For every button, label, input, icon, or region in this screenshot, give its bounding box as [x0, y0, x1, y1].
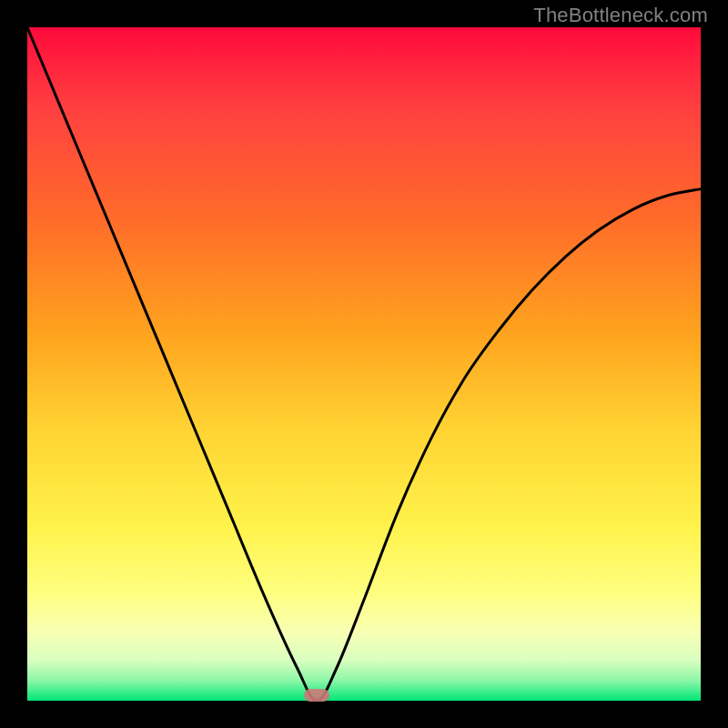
curve-svg	[27, 27, 701, 701]
minimum-marker	[304, 689, 329, 702]
watermark-text: TheBottleneck.com	[533, 4, 708, 27]
plot-area	[27, 27, 701, 701]
chart-stage: TheBottleneck.com	[0, 0, 728, 728]
bottleneck-curve	[27, 27, 701, 701]
